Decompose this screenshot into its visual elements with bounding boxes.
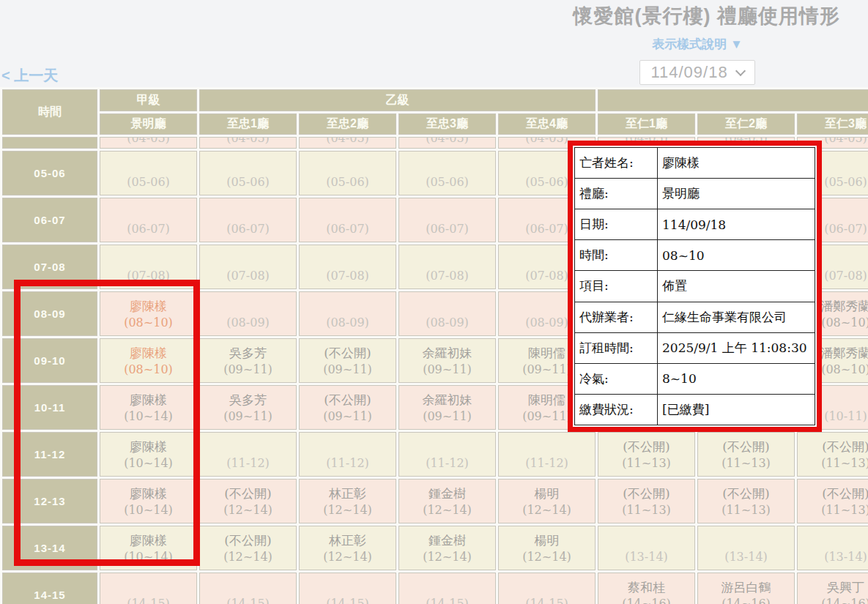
- popup-value: 8~10: [658, 363, 815, 394]
- schedule-cell[interactable]: (04-05): [100, 137, 197, 149]
- schedule-cell[interactable]: 蔡和桂(14~16): [598, 573, 695, 604]
- schedule-cell[interactable]: (不公開)(12~14): [199, 479, 297, 523]
- schedule-cell[interactable]: 吳多芳(09~11): [199, 338, 297, 383]
- popup-row: 日期:114/09/18: [575, 209, 815, 240]
- schedule-cell[interactable]: 余羅初妹(09~11): [398, 385, 496, 430]
- schedule-cell[interactable]: 游呂白鶴(14~16): [697, 573, 795, 604]
- schedule-cell[interactable]: (07-08): [398, 245, 496, 289]
- hall-header: 至忠2廳: [299, 113, 396, 135]
- popup-row: 代辦業者:仁緣生命事業有限公司: [575, 302, 815, 332]
- schedule-cell[interactable]: (05-06): [299, 151, 396, 195]
- schedule-cell[interactable]: (不公開)(09~11): [299, 385, 396, 430]
- popup-row: 禮廳:景明廳: [575, 179, 815, 209]
- schedule-cell[interactable]: 鍾金樹(12~14): [398, 526, 496, 570]
- schedule-cell[interactable]: (13-14): [598, 526, 695, 570]
- schedule-cell[interactable]: (不公開)(11~13): [598, 479, 695, 523]
- schedule-cell[interactable]: (13-14): [797, 526, 868, 570]
- time-label: 07-08: [2, 245, 97, 289]
- schedule-cell[interactable]: (06-07): [398, 198, 496, 242]
- popup-label: 禮廳:: [575, 179, 658, 209]
- popup-row: 訂租時間:2025/9/1 上午 11:08:30: [575, 332, 815, 363]
- style-legend-link[interactable]: 表示樣式說明 ▼: [639, 36, 756, 53]
- schedule-cell[interactable]: (13-14): [697, 526, 795, 570]
- schedule-cell[interactable]: (11-12): [398, 432, 496, 477]
- popup-value: 仁緣生命事業有限公司: [658, 302, 815, 332]
- schedule-cell[interactable]: (06-07): [100, 198, 197, 242]
- schedule-cell[interactable]: (14-15): [498, 573, 596, 604]
- schedule-cell[interactable]: (14-15): [199, 573, 297, 604]
- schedule-cell[interactable]: 吳興丁(14~16): [797, 573, 868, 604]
- schedule-cell[interactable]: (08-09): [398, 291, 496, 336]
- schedule-cell[interactable]: (11-12): [199, 432, 297, 477]
- chevron-down-icon: [735, 66, 746, 76]
- popup-label: 繳費狀況:: [575, 394, 658, 425]
- time-label: 12-13: [2, 479, 97, 523]
- time-label: 14-15: [2, 573, 97, 604]
- schedule-cell[interactable]: (06-07): [299, 198, 396, 242]
- schedule-cell[interactable]: 鍾金樹(12~14): [398, 479, 496, 523]
- page-title: 懷愛館(景行樓) 禮廳使用情形: [574, 3, 840, 29]
- popup-label: 訂租時間:: [575, 332, 658, 363]
- schedule-cell[interactable]: (14-15): [299, 573, 396, 604]
- time-label: 08-09: [2, 291, 97, 336]
- hall-header: 至仁1廳: [598, 113, 695, 135]
- schedule-cell[interactable]: 廖陳樣(08~10): [100, 338, 197, 383]
- schedule-cell[interactable]: 林正彰(12~14): [299, 526, 396, 570]
- time-label: 05-06: [2, 151, 97, 195]
- schedule-cell[interactable]: (05-06): [100, 151, 197, 195]
- schedule-cell[interactable]: 林正彰(12~14): [299, 479, 396, 523]
- schedule-cell[interactable]: 廖陳樣(10~14): [100, 526, 197, 570]
- popup-label: 項目:: [575, 271, 658, 302]
- schedule-cell[interactable]: 楊明(12~14): [498, 479, 596, 523]
- popup-row: 項目:佈置: [575, 271, 815, 302]
- schedule-cell[interactable]: 吳多芳(09~11): [199, 385, 297, 430]
- schedule-row: 12-13廖陳樣(10~14)(不公開)(12~14)林正彰(12~14)鍾金樹…: [2, 479, 868, 523]
- schedule-cell[interactable]: (06-07): [199, 198, 297, 242]
- time-label: 11-12: [2, 432, 97, 477]
- schedule-cell[interactable]: (不公開)(11~13): [797, 432, 868, 477]
- schedule-cell[interactable]: (05-06): [199, 151, 297, 195]
- popup-label: 代辦業者:: [575, 302, 658, 332]
- popup-value: 08~10: [658, 240, 815, 271]
- schedule-cell[interactable]: (04-05): [199, 137, 297, 149]
- popup-value: 景明廳: [658, 179, 815, 209]
- schedule-cell[interactable]: 余羅初妹(09~11): [398, 338, 496, 383]
- schedule-cell[interactable]: (11-12): [498, 432, 596, 477]
- schedule-cell[interactable]: 廖陳樣(08~10): [100, 291, 197, 336]
- schedule-cell[interactable]: 廖陳樣(10~14): [100, 385, 197, 430]
- popup-value: 114/09/18: [658, 209, 815, 240]
- schedule-cell[interactable]: 廖陳樣(10~14): [100, 432, 197, 477]
- schedule-cell[interactable]: 楊明(12~14): [498, 526, 596, 570]
- hall-header: 至忠1廳: [199, 113, 297, 135]
- popup-row: 亡者姓名:廖陳樣: [575, 148, 815, 179]
- schedule-cell[interactable]: (不公開)(09~11): [299, 338, 396, 383]
- popup-row: 冷氣:8~10: [575, 363, 815, 394]
- schedule-cell[interactable]: (04-05): [299, 137, 396, 149]
- grade-group-header: 乙級: [199, 89, 596, 111]
- schedule-cell[interactable]: (不公開)(11~13): [797, 479, 868, 523]
- schedule-cell[interactable]: (04-05): [398, 137, 496, 149]
- prev-day-link[interactable]: < 上一天: [1, 66, 58, 86]
- schedule-cell[interactable]: (07-08): [100, 245, 197, 289]
- booking-detail-table: 亡者姓名:廖陳樣禮廳:景明廳日期:114/09/18時間:08~10項目:佈置代…: [574, 147, 815, 425]
- schedule-cell[interactable]: (不公開)(11~13): [697, 432, 795, 477]
- schedule-cell[interactable]: (不公開)(11~13): [697, 479, 795, 523]
- schedule-row: 13-14廖陳樣(10~14)(不公開)(12~14)林正彰(12~14)鍾金樹…: [2, 526, 868, 570]
- schedule-cell[interactable]: (14-15): [398, 573, 496, 604]
- schedule-cell[interactable]: (08-09): [299, 291, 396, 336]
- schedule-cell[interactable]: (08-09): [199, 291, 297, 336]
- schedule-cell[interactable]: (14-15): [100, 573, 197, 604]
- time-label: 10-11: [2, 385, 97, 430]
- schedule-cell[interactable]: 廖陳樣(10~14): [100, 479, 197, 523]
- time-label: 06-07: [2, 198, 97, 242]
- popup-value: [已繳費]: [658, 394, 815, 425]
- schedule-cell[interactable]: (11-12): [299, 432, 396, 477]
- popup-row: 時間:08~10: [575, 240, 815, 271]
- schedule-cell[interactable]: (不公開)(11~13): [598, 432, 695, 477]
- date-select[interactable]: 114/09/18: [639, 60, 755, 85]
- schedule-cell[interactable]: (07-08): [299, 245, 396, 289]
- schedule-cell[interactable]: (07-08): [199, 245, 297, 289]
- schedule-cell[interactable]: (05-06): [398, 151, 496, 195]
- popup-value: 2025/9/1 上午 11:08:30: [658, 332, 815, 363]
- schedule-cell[interactable]: (不公開)(12~14): [199, 526, 297, 570]
